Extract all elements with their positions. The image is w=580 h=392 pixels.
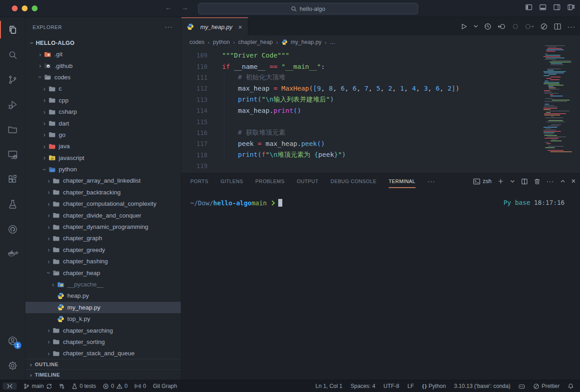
shell-indicator[interactable]: zsh	[473, 178, 491, 185]
maximize-window-button[interactable]	[32, 5, 38, 11]
tree-item-chapter-greedy[interactable]: ›chapter_greedy	[25, 244, 181, 256]
status-compare-changes[interactable]	[59, 383, 65, 389]
status-git-graph[interactable]: Git Graph	[153, 383, 177, 389]
tree-item-javascript[interactable]: ›JSjavascript	[25, 152, 181, 164]
run-python-file-icon[interactable]	[460, 23, 468, 30]
run-dropdown-icon[interactable]	[474, 24, 478, 28]
tab-my-heap-py[interactable]: my_heap.py ×	[181, 17, 248, 35]
toggle-secondary-sidebar-icon[interactable]	[553, 4, 561, 11]
activity-item-search[interactable]	[0, 42, 25, 67]
code-editor[interactable]: 109"""Driver Code"""110if __name__ == "_…	[181, 49, 580, 173]
panel-tabs-more-icon[interactable]: ···	[428, 178, 435, 185]
activity-item-docker[interactable]	[0, 242, 25, 266]
tree-item-codes[interactable]: ›codes	[25, 72, 181, 83]
new-terminal-icon[interactable]	[498, 178, 504, 184]
status-indentation[interactable]: Spaces: 4	[351, 383, 376, 389]
tree-item-chapter-computational-complexity[interactable]: ›chapter_computational_complexity	[25, 198, 181, 209]
tree-item-heap-py[interactable]: heap.py	[25, 290, 181, 301]
status-encoding[interactable]: UTF-8	[383, 383, 399, 389]
activity-item-testing[interactable]	[0, 192, 25, 217]
breadcrumb-item-chapter-heap[interactable]: chapter_heap	[238, 39, 273, 45]
gitlens-graph-icon[interactable]	[540, 23, 548, 30]
toggle-panel-icon[interactable]	[539, 4, 546, 11]
tree-item-chapter-graph[interactable]: ›chapter_graph	[25, 232, 181, 244]
breadcrumb-item-python[interactable]: python	[213, 39, 230, 45]
breadcrumb-item-codes[interactable]: codes	[189, 39, 204, 45]
tree-item-dart[interactable]: ›dart	[25, 117, 181, 129]
tree-item-python[interactable]: ›python	[25, 164, 181, 175]
split-terminal-icon[interactable]	[521, 178, 528, 185]
minimize-window-button[interactable]	[22, 5, 28, 11]
maximize-panel-icon[interactable]	[560, 179, 566, 184]
explorer-more-actions[interactable]: ···	[164, 23, 173, 30]
launch-profile-icon[interactable]	[510, 179, 515, 184]
toggle-primary-sidebar-icon[interactable]	[525, 4, 532, 11]
status-copilot[interactable]	[518, 383, 525, 389]
tree-item-top-k-py[interactable]: top_k.py	[25, 313, 181, 324]
tree-item-csharp[interactable]: ›csharp	[25, 106, 181, 117]
more-terminal-icon[interactable]: ···	[546, 178, 554, 185]
minimap[interactable]	[543, 43, 572, 156]
panel-tab-gitlens[interactable]: GITLENS	[221, 174, 243, 188]
tree-item-java[interactable]: ›java	[25, 140, 181, 152]
tree-root-hello-algo[interactable]: › HELLO-ALGO	[25, 37, 181, 48]
tree-item-go[interactable]: ›go	[25, 129, 181, 140]
panel-tab-problems[interactable]: PROBLEMS	[256, 174, 285, 188]
tree-item-cpp[interactable]: ›cpp	[25, 95, 181, 106]
breadcrumb-item--[interactable]: …	[330, 39, 336, 45]
nav-back-icon[interactable]: ←	[164, 4, 173, 12]
tree-item-chapter-stack-and-queue[interactable]: ›chapter_stack_and_queue	[25, 348, 181, 359]
activity-item-source-control[interactable]	[0, 67, 25, 92]
tree-item-c[interactable]: ›c	[25, 83, 181, 94]
next-change-icon[interactable]	[525, 23, 534, 30]
section-timeline[interactable]: ›TIMELINE	[25, 369, 181, 380]
status-ports[interactable]: 0	[135, 383, 146, 389]
tree-item-chapter-dynamic-programming[interactable]: ›chapter_dynamic_programming	[25, 221, 181, 232]
terminal[interactable]: ~/Dow/hello-algo main Py base 18:17:16	[181, 199, 580, 209]
status-language-mode[interactable]: { }Python	[422, 383, 446, 389]
tree-item-chapter-sorting[interactable]: ›chapter_sorting	[25, 336, 181, 348]
panel-tab-ports[interactable]: PORTS	[190, 174, 208, 188]
tree-item-chapter-array-and-linkedlist[interactable]: ›chapter_array_and_linkedlist	[25, 175, 181, 186]
activity-item-explorer[interactable]	[0, 17, 25, 42]
split-editor-icon[interactable]	[554, 23, 561, 30]
status-problems[interactable]: 00	[103, 383, 128, 389]
panel-tab-output[interactable]: OUTPUT	[297, 174, 319, 188]
activity-item-github[interactable]	[0, 217, 25, 242]
panel-tab-terminal[interactable]: TERMINAL	[389, 174, 416, 188]
tree-item-chapter-searching[interactable]: ›chapter_searching	[25, 324, 181, 336]
nav-forward-icon[interactable]: →	[180, 4, 189, 12]
status-tests[interactable]: 0 tests	[72, 383, 96, 389]
close-window-button[interactable]	[12, 5, 18, 11]
activity-item-run-debug[interactable]	[0, 92, 25, 117]
tree-item-chapter-divide-and-conquer[interactable]: ›chapter_divide_and_conquer	[25, 209, 181, 221]
panel-tab-debug-console[interactable]: DEBUG CONSOLE	[331, 174, 377, 188]
activity-item-project-folder[interactable]	[0, 117, 25, 142]
tree-item-chapter-backtracking[interactable]: ›chapter_backtracking	[25, 187, 181, 198]
section-outline[interactable]: ›OUTLINE	[25, 359, 181, 369]
tree-item-chapter-heap[interactable]: ›chapter_heap	[25, 267, 181, 278]
activity-item-settings[interactable]	[0, 353, 25, 378]
timeline-history-icon[interactable]	[484, 23, 492, 30]
change-dim-icon[interactable]	[512, 23, 519, 30]
previous-change-icon[interactable]	[498, 23, 506, 30]
command-center-search[interactable]: hello-algo	[198, 3, 418, 15]
status-python-interpreter[interactable]: 3.10.13 ('base': conda)	[454, 383, 510, 389]
close-tab-icon[interactable]: ×	[238, 23, 242, 31]
activity-item-extensions[interactable]	[0, 167, 25, 192]
customize-layout-icon[interactable]	[567, 4, 575, 11]
more-actions-icon[interactable]: ···	[567, 23, 575, 30]
status-eol[interactable]: LF	[407, 383, 414, 389]
tree-item--pycache-[interactable]: ›__pycache__	[25, 279, 181, 290]
status-remote-indicator[interactable]	[3, 382, 17, 390]
close-panel-icon[interactable]: ×	[571, 177, 575, 185]
status-notifications[interactable]	[568, 383, 574, 389]
status-prettier[interactable]: Prettier	[533, 383, 560, 389]
breadcrumb-item-my-heap-py[interactable]: my_heap.py	[281, 39, 321, 46]
status-cursor-position[interactable]: Ln 1, Col 1	[315, 383, 342, 389]
tree-item--github[interactable]: ›.github	[25, 60, 181, 71]
tree-item--git[interactable]: ›.git	[25, 48, 181, 60]
activity-item-accounts[interactable]: 1	[0, 328, 25, 353]
tree-item-chapter-hashing[interactable]: ›chapter_hashing	[25, 256, 181, 267]
activity-item-remote-explorer[interactable]	[0, 142, 25, 167]
